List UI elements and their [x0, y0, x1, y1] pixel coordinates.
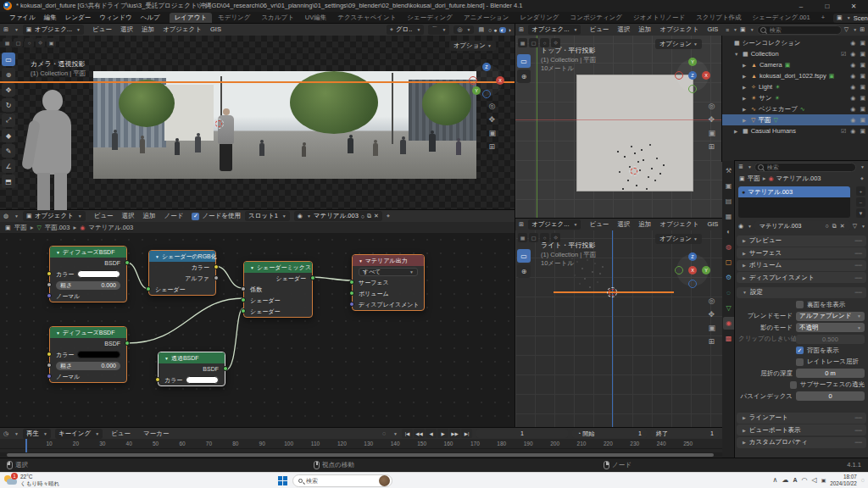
output-target-dropdown[interactable]: すべて▼	[359, 268, 418, 276]
menu-item[interactable]: ウィンドウ	[95, 14, 136, 22]
menu-item[interactable]: 選択	[613, 25, 634, 34]
annotate-tool[interactable]: ✎	[2, 144, 15, 158]
properties-tab-object-data[interactable]: ▽	[723, 302, 735, 314]
workspace-tab[interactable]: ジオメトリノード	[628, 13, 690, 23]
socket-bsdf-out[interactable]	[223, 366, 228, 371]
options-icon[interactable]: ▼	[860, 164, 865, 169]
fake-user-icon[interactable]: ○	[361, 214, 364, 219]
remove-slot-button[interactable]: −	[856, 197, 865, 207]
scrollbar-thumb[interactable]	[7, 453, 714, 457]
slot-specials-button[interactable]: ▼	[856, 208, 865, 218]
zoom-icon[interactable]: ◎	[488, 102, 496, 110]
transform-tool[interactable]: ◆	[2, 129, 15, 142]
socket-normal-in[interactable]	[47, 374, 52, 379]
socket-shader2-in[interactable]	[241, 308, 246, 313]
menu-item[interactable]: オブジェクト	[159, 25, 206, 34]
jump-end-button[interactable]: ▶|	[461, 429, 472, 438]
hide-eye-icon[interactable]: ◉	[850, 62, 855, 69]
checkbox[interactable]	[796, 301, 804, 308]
properties-tab-texture[interactable]: ▩	[723, 332, 735, 345]
expander-icon[interactable]: ▶	[743, 85, 748, 90]
properties-editor-icon[interactable]: ≣	[738, 164, 743, 170]
toggle-ortho-icon[interactable]: ⊞	[708, 142, 715, 151]
socket-alpha-out[interactable]	[214, 275, 219, 280]
box-select-icon[interactable]: ▢	[529, 38, 538, 47]
expander-icon[interactable]: ▶	[734, 129, 740, 134]
solid-shading-icon[interactable]: ●	[493, 27, 497, 33]
shader-editor-icon[interactable]: ◍	[3, 213, 8, 219]
unlink-icon[interactable]: ✕	[840, 223, 845, 230]
cursor-tool[interactable]: ⊕	[2, 68, 15, 81]
collapsed-panel[interactable]: ▶ボリューム══	[737, 260, 866, 271]
menu-item[interactable]: GIS	[703, 220, 722, 229]
properties-tab-material[interactable]: ◉	[723, 317, 735, 330]
shader-type-dropdown[interactable]: ▣オブジェクト▼	[23, 211, 86, 221]
select-box-tool[interactable]: ▭	[517, 54, 531, 68]
socket-bsdf-out[interactable]	[125, 260, 130, 265]
socket-color-in[interactable]	[47, 352, 52, 357]
pass-index-field[interactable]: 0	[796, 391, 865, 401]
expander-icon[interactable]: ▶	[743, 63, 748, 68]
outliner-row[interactable]: ▶▲Camera▣◉▣	[722, 59, 868, 70]
color-swatch[interactable]	[77, 270, 120, 278]
menu-item[interactable]: レンダー	[61, 14, 96, 22]
outliner-editor-icon[interactable]: ≡	[726, 27, 729, 33]
wifi-icon[interactable]: ◠	[802, 476, 808, 484]
filter-icon[interactable]: ▽	[844, 26, 849, 33]
proportional-edit-dropdown[interactable]: ◎▼	[453, 25, 474, 34]
toggle-ortho-icon[interactable]: ⊞	[488, 142, 496, 151]
workspace-tab[interactable]: +	[816, 13, 830, 23]
outliner-row[interactable]: ▶▦Casual Humans☑◉▣	[722, 125, 868, 136]
socket-normal-in[interactable]	[47, 293, 52, 298]
use-nodes-toggle[interactable]: ✓ノードを使用	[192, 212, 241, 220]
workspace-tab[interactable]: シェーディング	[402, 13, 458, 23]
hide-eye-icon[interactable]: ◉	[850, 95, 855, 102]
fake-user-icon[interactable]: ○	[826, 223, 829, 229]
properties-search[interactable]	[754, 163, 856, 172]
zoom-icon[interactable]: ◎	[708, 102, 715, 110]
pick-select-icon[interactable]: ▣	[47, 38, 56, 47]
workspace-tab[interactable]: テクスチャペイント	[332, 13, 401, 23]
measure-tool[interactable]: ∠	[2, 159, 15, 173]
properties-tab-view-layer[interactable]: ▦	[723, 210, 735, 223]
menu-item[interactable]: 追加	[634, 220, 655, 229]
checkbox[interactable]	[796, 358, 804, 366]
mode-dropdown[interactable]: ▣オブジェク...▼	[23, 25, 84, 35]
collapsed-panel[interactable]: ▶サーフェス══	[737, 247, 866, 258]
properties-tab-object[interactable]: ▢	[723, 256, 735, 269]
material-shading-icon[interactable]: ◐	[499, 27, 506, 33]
collapsed-panel[interactable]: ▶ラインアート══	[737, 413, 866, 424]
workspace-tab[interactable]: レンダリング	[515, 13, 564, 23]
node-shader-to-rgb[interactable]: ▼シェーダーのRGB化 カラー アルファ シェーダー	[148, 250, 216, 296]
rendered-shading-icon[interactable]: ◑	[508, 27, 511, 33]
clock[interactable]: 18:072024/10/22	[830, 474, 857, 487]
tweak-tool-icon[interactable]: ▦	[518, 38, 527, 47]
collapsed-panel[interactable]: ▶ディスプレイスメント══	[737, 272, 866, 283]
expander-icon[interactable]: ▶	[743, 118, 748, 123]
menu-item[interactable]: GIS	[206, 25, 225, 34]
close-button[interactable]: ✕	[843, 0, 865, 12]
node-canvas[interactable]: ▼ディフューズBSDF BSDF カラー 粗さ0.000 ノーマル ▼シェーダー…	[0, 233, 515, 428]
axis-x[interactable]: X	[702, 71, 710, 80]
zoom-icon[interactable]: ◎	[708, 297, 715, 305]
socket-surface-in[interactable]	[349, 280, 354, 285]
node-mix-shader[interactable]: ▼シェーダーミックス シェーダー 係数 シェーダー シェーダー	[243, 261, 313, 318]
menu-item[interactable]: ビュー	[90, 212, 118, 220]
camera-view-icon[interactable]: ▣	[708, 324, 715, 332]
properties-tab-physics[interactable]: ◌	[723, 286, 735, 299]
outliner-row[interactable]: ▶∿ベジェカーブ∿◉▣	[722, 103, 868, 114]
disable-render-icon[interactable]: ▣	[860, 62, 865, 69]
timeline-editor-icon[interactable]: ◷	[3, 430, 8, 437]
timeline-scrollbar[interactable]	[0, 452, 722, 457]
viewport-top[interactable]: ⊞ オブジェク...▼ ビュー選択追加オブジェクトGIS ▦▢○⟐ ▭ ⊕ トッ…	[515, 24, 722, 219]
menu-item[interactable]: ノード	[160, 212, 188, 220]
circle-select-icon[interactable]: ○	[540, 233, 549, 242]
disable-render-icon[interactable]: ▣	[860, 128, 865, 135]
outliner[interactable]: ≡▼ ▣▼ ▽▼ ⊞ ▦シーンコレクション◉▣▼▦Collection☑◉▣▶▲…	[722, 24, 868, 161]
cursor-tool[interactable]: ⊕	[517, 69, 531, 83]
ime-mode-icon[interactable]: A	[793, 477, 797, 483]
scale-tool[interactable]: ⤢	[2, 114, 15, 127]
circle-select-icon[interactable]: ○	[25, 38, 34, 47]
properties-tab-output[interactable]: ▤	[723, 195, 735, 208]
menu-item[interactable]: オブジェクト	[655, 220, 703, 229]
